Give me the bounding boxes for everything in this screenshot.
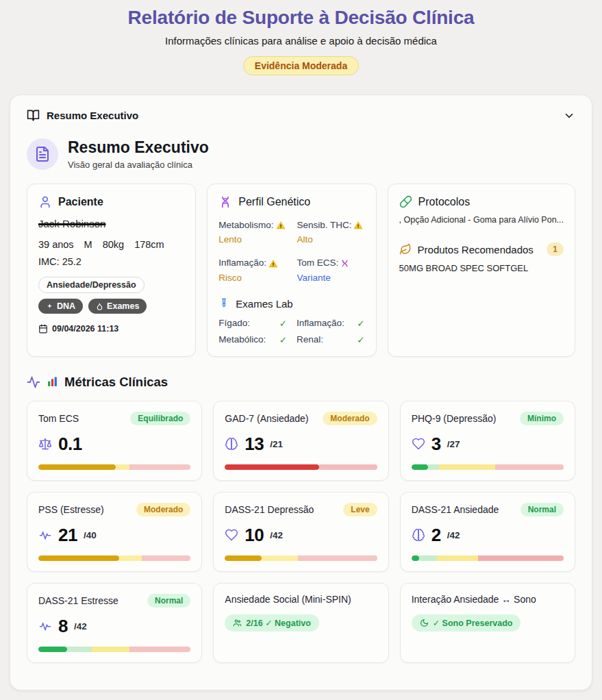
metric-value: 8 <box>58 616 68 637</box>
metric-max: /27 <box>447 439 460 449</box>
inflammation-label: Inflamação: <box>218 257 266 269</box>
dna-tag-label: DNA <box>57 301 75 311</box>
heart-icon <box>412 437 425 451</box>
exams-tag-label: Exames <box>107 301 139 311</box>
metrics-section-head: Métricas Clínicas <box>27 375 575 390</box>
mini-spin-result-pill: 2/16 ✓ Negativo <box>225 614 319 632</box>
status-badge: Equilibrado <box>130 412 190 425</box>
lab-item-renal: Renal: ✓ <box>297 334 365 345</box>
metric-max: /42 <box>270 530 283 540</box>
assessment-datetime: 09/04/2026 11:13 <box>52 324 118 334</box>
patient-demographics: 39 anos M 80kg 178cm <box>38 239 184 250</box>
test-tube-icon <box>218 298 229 309</box>
genetic-items-grid: Metabolismo: Lento Sensib. THC: Alto Inf… <box>218 219 364 284</box>
metric-title: Tom ECS <box>38 413 79 424</box>
metric-card-tom-ecs: Tom ECS Equilibrado 0.1 <box>27 401 202 481</box>
check-icon: ✓ <box>357 318 364 329</box>
report-header: Relatório de Suporte à Decisão Clínica I… <box>0 0 602 75</box>
metric-progress-bar <box>38 464 190 470</box>
metric-progress-bar <box>38 647 190 652</box>
metric-card-pss: PSS (Estresse) Moderado 21 /40 <box>27 492 202 572</box>
lab-label: Fígado: <box>218 318 250 329</box>
metric-title: Interação Ansiedade ↔ Sono <box>412 594 536 605</box>
metric-title: DASS-21 Estresse <box>38 595 118 606</box>
metric-title: PHQ-9 (Depressão) <box>412 413 497 424</box>
metric-card-phq9: PHQ-9 (Depressão) Mínimo 3 /27 <box>400 401 575 481</box>
sleep-status-text: ✓ Sono Preservado <box>433 618 513 628</box>
activity-icon <box>38 619 52 633</box>
mini-spin-result-text: 2/16 ✓ Negativo <box>246 618 311 628</box>
page-subtitle: Informações clínicas para análise e apoi… <box>0 35 602 47</box>
status-badge: Mínimo <box>520 412 564 425</box>
executive-summary-panel: Resumo Executivo Resumo Executivo Visão … <box>10 95 592 690</box>
status-badge: Leve <box>343 503 377 516</box>
summary-collapse-label: Resumo Executivo <box>47 110 138 121</box>
check-icon: ✓ <box>279 318 287 329</box>
page-title: Relatório de Suporte à Decisão Clínica <box>0 7 602 29</box>
metric-value: 13 <box>244 434 264 455</box>
summary-subheading: Visão geral da avaliação clínica <box>68 160 209 170</box>
summary-heading: Resumo Executivo <box>68 138 209 157</box>
metric-title: GAD-7 (Ansiedade) <box>225 413 308 424</box>
warning-icon <box>353 221 363 230</box>
lab-section-title: Exames Lab <box>236 298 292 310</box>
metric-title: DASS-21 Depressão <box>225 504 314 515</box>
metric-title: DASS-21 Ansiedade <box>412 504 499 515</box>
dna-icon <box>218 195 232 209</box>
heart-icon <box>225 528 238 542</box>
metric-max: /42 <box>74 621 87 632</box>
lab-item-metabolic: Metabólico: ✓ <box>218 334 287 345</box>
metric-max: /40 <box>84 530 97 540</box>
metric-card-mini-spin: Ansiedade Social (Mini-SPIN) 2/16 ✓ Nega… <box>213 583 388 663</box>
metric-title: PSS (Estresse) <box>38 504 104 515</box>
patient-card: Paciente Jack Robinson 39 anos M 80kg 17… <box>27 184 196 357</box>
status-badge: Moderado <box>323 412 377 425</box>
bar-chart-icon <box>47 376 58 388</box>
metric-progress-bar <box>38 555 190 561</box>
activity-icon <box>38 528 52 542</box>
metric-card-dass-estresse: DASS-21 Estresse Normal 8 /42 <box>27 583 202 663</box>
lab-item-inflammation: Inflamação: ✓ <box>297 318 365 329</box>
chevron-down-icon[interactable] <box>563 110 575 122</box>
people-icon <box>233 618 242 627</box>
metric-max: /42 <box>447 530 460 540</box>
status-badge: Normal <box>521 503 564 516</box>
evidence-badge: Evidência Moderada <box>243 56 359 75</box>
moon-icon <box>420 618 429 627</box>
patient-age: 39 anos <box>38 239 74 250</box>
metric-progress-bar <box>412 555 564 561</box>
summary-collapse-header[interactable]: Resumo Executivo <box>27 109 575 122</box>
metric-value: 10 <box>244 525 264 546</box>
scale-icon <box>38 437 52 451</box>
lab-label: Inflamação: <box>297 318 344 329</box>
protocols-title: Protocolos <box>418 196 471 208</box>
warning-icon <box>276 221 286 230</box>
metabolism-label: Metabolismo: <box>218 219 273 232</box>
metric-progress-bar <box>225 464 377 470</box>
genetic-profile-card: Perfil Genético Metabolismo: Lento Sensi… <box>207 184 376 357</box>
ecs-tone-item: Tom ECS: Variante <box>297 257 364 284</box>
status-badge: Normal <box>147 594 190 608</box>
ecs-label: Tom ECS: <box>297 257 338 269</box>
lab-label: Renal: <box>297 334 323 345</box>
activity-icon <box>27 375 40 389</box>
metric-title: Ansiedade Social (Mini-SPIN) <box>225 594 351 605</box>
thc-sensitivity-item: Sensib. THC: Alto <box>297 219 364 246</box>
calendar-icon <box>38 324 48 334</box>
inflammation-value: Risco <box>218 272 242 284</box>
metric-value: 0.1 <box>58 434 82 455</box>
metric-progress-bar <box>225 555 377 561</box>
metric-card-gad7: GAD-7 (Ansiedade) Moderado 13 /21 <box>213 401 388 481</box>
protocols-card: Protocolos , Opção Adicional - Goma para… <box>388 184 575 357</box>
metabolism-item: Metabolismo: Lento <box>218 219 290 246</box>
lab-item-liver: Fígado: ✓ <box>218 318 287 329</box>
metric-card-anxiety-sleep: Interação Ansiedade ↔ Sono ✓ Sono Preser… <box>400 583 575 663</box>
sleep-status-pill: ✓ Sono Preservado <box>412 614 521 632</box>
metrics-grid: Tom ECS Equilibrado 0.1 GAD-7 (Ansiedade… <box>27 401 575 663</box>
book-open-icon <box>27 109 40 122</box>
patient-bmi: IMC: 25.2 <box>38 256 184 267</box>
patient-weight: 80kg <box>103 239 124 250</box>
thc-value: Alto <box>297 234 312 246</box>
metabolism-value: Lento <box>218 234 242 246</box>
patient-tags: Ansiedade/Depressão DNA Exames <box>38 277 184 314</box>
